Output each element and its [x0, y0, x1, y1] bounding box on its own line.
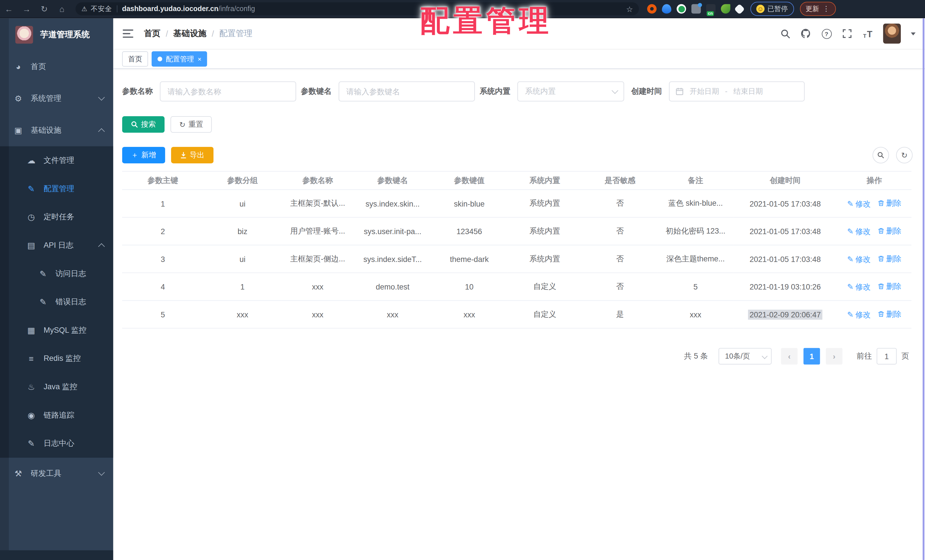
builtin-select[interactable]: 系统内置: [517, 81, 624, 101]
browser-forward-icon[interactable]: →: [18, 4, 35, 14]
emoji-avatar-icon: ☺: [756, 5, 764, 13]
sidebar-item-dev-tools[interactable]: ⚒ 研发工具: [0, 458, 113, 489]
sidebar-item-home[interactable]: ◕ 首页: [0, 51, 113, 83]
help-icon[interactable]: ?: [821, 29, 832, 39]
browser-back-icon[interactable]: ←: [0, 4, 18, 14]
sidebar-item-java-monitor[interactable]: ♨ Java 监控: [0, 373, 113, 401]
trash-icon: [878, 311, 884, 318]
fullscreen-icon[interactable]: [842, 29, 852, 39]
hide-search-icon-button[interactable]: [872, 147, 889, 163]
table-row: 1 ui 主框架页-默认... sys.index.skin... skin-b…: [122, 190, 911, 217]
reset-button[interactable]: ↻ 重置: [170, 116, 212, 133]
orange-extension-icon[interactable]: [647, 4, 657, 14]
builtin-label: 系统内置: [480, 86, 511, 96]
puzzle-extension-icon[interactable]: [734, 3, 745, 14]
col-created: 创建时间: [733, 171, 837, 190]
tab-config-manage[interactable]: 配置管理 ×: [152, 51, 208, 67]
goto-page-input[interactable]: [877, 348, 897, 364]
param-name-input[interactable]: [160, 81, 297, 101]
infra-submenu: ☁ 文件管理 ✎ 配置管理 ◷ 定时任务 ▤ API 日志 ✎: [0, 146, 113, 458]
refresh-icon: ↻: [179, 120, 185, 129]
chevron-down-icon: [98, 469, 105, 476]
table-header-row: 参数主键 参数分组 参数名称 参数键名 参数键值 系统内置 是否敏感 备注 创建…: [122, 171, 911, 190]
sidebar-item-mysql-monitor[interactable]: ▦ MySQL 监控: [0, 316, 113, 345]
param-key-input[interactable]: [339, 81, 475, 101]
page-scrollbar[interactable]: [923, 18, 924, 560]
browser-menu-icon[interactable]: ⋮: [823, 5, 830, 13]
search-button[interactable]: 搜索: [122, 116, 164, 133]
search-icon[interactable]: [780, 29, 790, 39]
user-avatar[interactable]: [883, 24, 901, 44]
page-number-1[interactable]: 1: [803, 348, 820, 364]
pin-extension-icon[interactable]: [662, 4, 671, 14]
log-icon: ▤: [26, 241, 36, 250]
sidebar-item-system[interactable]: ⚙ 系统管理: [0, 83, 113, 114]
github-icon[interactable]: [800, 29, 811, 39]
sidebar-item-error-log[interactable]: ✎ 错误日志: [0, 288, 113, 316]
page-size-select[interactable]: 10条/页: [719, 348, 771, 364]
edit-link[interactable]: ✎修改: [847, 309, 871, 320]
bookmark-star-icon[interactable]: ☆: [626, 5, 633, 14]
sidebar-item-config-manage[interactable]: ✎ 配置管理: [0, 175, 113, 203]
refresh-table-button[interactable]: ↻: [896, 147, 913, 163]
sidebar-item-infra[interactable]: ▣ 基础设施: [0, 114, 113, 146]
tags-view-bar: 首页 配置管理 ×: [113, 50, 925, 69]
access-log-icon: ✎: [38, 269, 48, 278]
edit-icon: ✎: [847, 282, 854, 291]
eye-icon: ◉: [26, 411, 36, 420]
green-check-extension-icon[interactable]: [676, 4, 686, 14]
delete-link[interactable]: 删除: [878, 226, 901, 236]
tab-home[interactable]: 首页: [122, 51, 148, 67]
browser-reload-icon[interactable]: ↻: [36, 4, 53, 14]
screen: ← → ↻ ⌂ ⚠ 不安全 dashboard.yudao.iocoder.cn…: [0, 0, 925, 560]
export-button[interactable]: 导出: [171, 147, 213, 163]
sidebar-item-access-log[interactable]: ✎ 访问日志: [0, 259, 113, 288]
edit-link[interactable]: ✎修改: [847, 254, 871, 265]
app-logo[interactable]: 芋道管理系统: [0, 18, 113, 51]
monitor-icon: ▣: [13, 126, 24, 135]
breadcrumb-home[interactable]: 首页: [144, 29, 161, 39]
sidebar-item-api-log[interactable]: ▤ API 日志: [0, 231, 113, 260]
sidebar-bottom-strip: [0, 550, 113, 560]
total-count: 共 5 条: [684, 351, 708, 361]
edit-link[interactable]: ✎修改: [847, 226, 871, 237]
paused-profile-chip[interactable]: ☺ 已暂停: [750, 2, 794, 16]
col-remark: 备注: [658, 171, 734, 190]
browser-home-icon[interactable]: ⌂: [53, 4, 71, 14]
config-table: 参数主键 参数分组 参数名称 参数键名 参数键值 系统内置 是否敏感 备注 创建…: [122, 171, 911, 328]
edit-link[interactable]: ✎修改: [847, 282, 871, 292]
collapse-sidebar-icon[interactable]: [123, 30, 133, 38]
browser-update-button[interactable]: 更新 ⋮: [800, 2, 836, 16]
gray-extension-icon[interactable]: [691, 4, 701, 14]
edit-link[interactable]: ✎修改: [847, 199, 871, 209]
delete-link[interactable]: 删除: [878, 253, 901, 264]
sidebar-item-tracing[interactable]: ◉ 链路追踪: [0, 401, 113, 430]
active-tab-dot-icon: [157, 57, 162, 62]
sidebar-item-redis-monitor[interactable]: ≡ Redis 监控: [0, 344, 113, 373]
user-menu-caret-icon[interactable]: [911, 32, 916, 35]
browser-extensions: [647, 4, 743, 14]
col-name: 参数名称: [281, 171, 354, 190]
range-separator: -: [725, 87, 728, 95]
breadcrumb-infra[interactable]: 基础设施: [173, 29, 206, 39]
prev-page-button[interactable]: ‹: [781, 348, 797, 364]
col-value: 参数键值: [431, 171, 507, 190]
close-tab-icon[interactable]: ×: [197, 56, 201, 62]
sidebar-item-file-manage[interactable]: ☁ 文件管理: [0, 146, 113, 175]
sidebar-item-log-center[interactable]: ✎ 日志中心: [0, 429, 113, 458]
table-tools: ↻: [872, 147, 913, 163]
leaf-extension-icon[interactable]: [721, 4, 730, 14]
address-bar[interactable]: ⚠ 不安全 dashboard.yudao.iocoder.cn /infra/…: [75, 2, 639, 15]
edit-icon: ✎: [847, 255, 854, 263]
delete-link[interactable]: 删除: [878, 198, 901, 208]
add-button[interactable]: ＋ 新增: [122, 147, 165, 163]
create-time-range-picker[interactable]: 开始日期 - 结束日期: [669, 81, 804, 101]
not-secure-label: 不安全: [90, 5, 112, 14]
font-size-icon[interactable]: TT: [862, 29, 873, 39]
translate-cn-extension-icon[interactable]: [706, 4, 716, 14]
col-id: 参数主键: [122, 171, 203, 190]
delete-link[interactable]: 删除: [878, 281, 901, 292]
delete-link[interactable]: 删除: [878, 309, 901, 319]
sidebar-item-scheduled-jobs[interactable]: ◷ 定时任务: [0, 203, 113, 231]
next-page-button[interactable]: ›: [826, 348, 842, 364]
